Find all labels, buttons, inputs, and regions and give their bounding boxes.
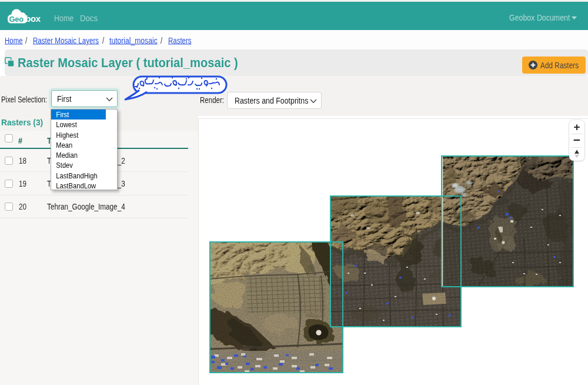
svg-text:box: box <box>25 14 41 24</box>
svg-text:Geo: Geo <box>9 15 24 24</box>
